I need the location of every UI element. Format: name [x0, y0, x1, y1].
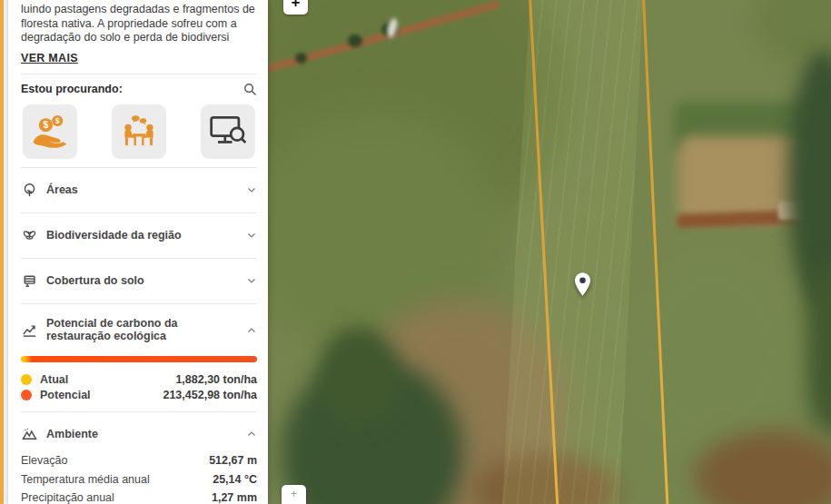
divider [21, 74, 257, 74]
env-label: Elevação [21, 454, 67, 467]
chevron-down-icon [246, 230, 257, 241]
accordion-ambiente[interactable]: Ambiente [21, 420, 257, 449]
env-label: Temperatura média anual [21, 473, 150, 486]
red-dot-icon [21, 390, 32, 400]
hand-coins-icon: $ $ [30, 113, 70, 151]
property-sidebar: luindo pastagens degradadas e fragmentos… [8, 0, 268, 504]
divider [21, 411, 257, 412]
env-row-elevation: Elevação 512,67 m [21, 454, 257, 467]
divider [21, 258, 257, 259]
option-monitor-search-button[interactable] [201, 104, 255, 159]
ambiente-rows: Elevação 512,67 m Temperatura média anua… [21, 454, 257, 504]
carbon-progress-bar [21, 356, 257, 362]
map-pin-icon[interactable] [575, 272, 590, 300]
chevron-up-icon [246, 325, 257, 336]
search-heading-row: Estou procurando: [21, 83, 257, 96]
accordion-label: Cobertura do solo [46, 275, 237, 288]
butterfly-icon [21, 228, 37, 243]
svg-text:$: $ [55, 117, 60, 125]
map-road-tree-3 [295, 53, 307, 64]
legend-label: Atual [40, 373, 175, 386]
yellow-dot-icon [21, 374, 32, 385]
accordion-carbon-potential[interactable]: Potencial de carbono da restauração ecol… [21, 312, 257, 349]
plus-icon: + [292, 0, 301, 12]
tree-icon [21, 183, 37, 198]
plus-icon-small: + [291, 488, 297, 500]
map-road-tree-1 [348, 35, 362, 47]
app-root: luindo pastagens degradadas e fragmentos… [0, 0, 831, 504]
monitor-search-icon [208, 113, 248, 151]
meeting-icon [119, 113, 159, 151]
accordion-label: Biodiversidade da região [46, 230, 237, 242]
accordion-label: Potencial de carbono da restauração ecol… [46, 318, 237, 342]
env-row-temperature: Temperatura média anual 25,14 °C [21, 473, 257, 486]
divider [21, 212, 257, 213]
map-terrain-forest-bottomleft2 [318, 327, 400, 427]
property-description: luindo pastagens degradadas e fragmentos… [21, 3, 257, 45]
accordion-label: Ambiente [46, 429, 237, 441]
env-row-precipitation: Precipitação anual 1,27 mm [21, 491, 257, 504]
env-value: 25,14 °C [213, 473, 257, 486]
legend-value: 1,882,30 ton/ha [175, 373, 257, 386]
chevron-down-icon [246, 184, 257, 195]
legend-label: Potencial [40, 389, 163, 401]
carbon-legend-potencial: Potencial 213,452,98 ton/ha [21, 389, 257, 401]
search-heading: Estou procurando: [21, 83, 123, 95]
svg-text:$: $ [44, 120, 49, 130]
ver-mais-link[interactable]: VER MAIS [21, 52, 78, 64]
accordion-biodiversity[interactable]: Biodiversidade da região [21, 222, 257, 250]
search-options-row: $ $ [23, 104, 255, 159]
option-investment-button[interactable]: $ $ [23, 104, 77, 159]
accordion-soil-cover[interactable]: Cobertura do solo [21, 267, 257, 295]
search-icon[interactable] [243, 83, 257, 96]
zoom-out-button[interactable]: + [282, 485, 306, 504]
env-value: 1,27 mm [212, 491, 257, 504]
satellite-map[interactable]: + + [268, 0, 831, 504]
accordion-label: Áreas [46, 184, 237, 197]
divider [21, 167, 257, 168]
accordion-areas[interactable]: Áreas [21, 176, 257, 204]
zoom-in-button[interactable]: + [283, 0, 308, 15]
map-terrain-pasture-midright [627, 250, 799, 459]
legend-value: 213,452,98 ton/ha [163, 389, 257, 401]
carbon-legend-atual: Atual 1,882,30 ton/ha [21, 373, 257, 386]
chevron-down-icon [246, 275, 257, 286]
env-label: Precipitação anual [21, 491, 114, 504]
line-chart-icon [21, 322, 37, 338]
mountains-icon [21, 427, 37, 442]
env-value: 512,67 m [209, 454, 257, 467]
soil-layers-icon [21, 273, 37, 289]
divider [21, 303, 257, 304]
chevron-up-icon [246, 429, 257, 440]
option-meeting-button[interactable] [112, 104, 166, 159]
